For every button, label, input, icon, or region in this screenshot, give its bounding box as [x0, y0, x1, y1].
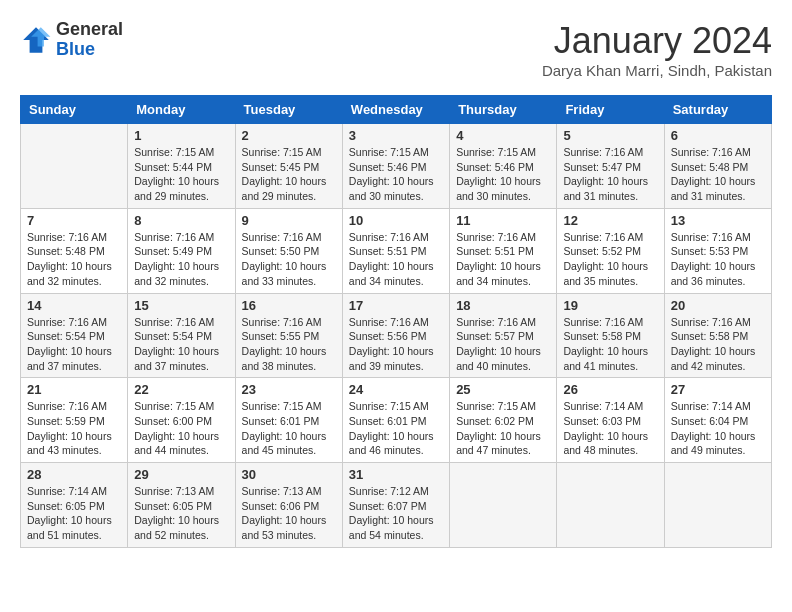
calendar-cell: 18 Sunrise: 7:16 AMSunset: 5:57 PMDaylig… [450, 293, 557, 378]
day-number: 2 [242, 128, 336, 143]
day-number: 28 [27, 467, 121, 482]
calendar-cell: 19 Sunrise: 7:16 AMSunset: 5:58 PMDaylig… [557, 293, 664, 378]
svg-marker-0 [23, 27, 49, 53]
day-info: Sunrise: 7:16 AMSunset: 5:47 PMDaylight:… [563, 145, 657, 204]
day-info: Sunrise: 7:16 AMSunset: 5:54 PMDaylight:… [134, 315, 228, 374]
day-number: 27 [671, 382, 765, 397]
day-number: 7 [27, 213, 121, 228]
day-number: 1 [134, 128, 228, 143]
day-info: Sunrise: 7:14 AMSunset: 6:04 PMDaylight:… [671, 399, 765, 458]
calendar-cell: 15 Sunrise: 7:16 AMSunset: 5:54 PMDaylig… [128, 293, 235, 378]
location: Darya Khan Marri, Sindh, Pakistan [542, 62, 772, 79]
calendar-cell: 23 Sunrise: 7:15 AMSunset: 6:01 PMDaylig… [235, 378, 342, 463]
calendar-cell [664, 463, 771, 548]
weekday-header: Wednesday [342, 96, 449, 124]
calendar-cell: 20 Sunrise: 7:16 AMSunset: 5:58 PMDaylig… [664, 293, 771, 378]
day-number: 6 [671, 128, 765, 143]
calendar-cell: 10 Sunrise: 7:16 AMSunset: 5:51 PMDaylig… [342, 208, 449, 293]
day-number: 17 [349, 298, 443, 313]
calendar-cell: 11 Sunrise: 7:16 AMSunset: 5:51 PMDaylig… [450, 208, 557, 293]
logo-blue: Blue [56, 39, 95, 59]
day-info: Sunrise: 7:16 AMSunset: 5:53 PMDaylight:… [671, 230, 765, 289]
day-info: Sunrise: 7:15 AMSunset: 5:46 PMDaylight:… [456, 145, 550, 204]
day-number: 5 [563, 128, 657, 143]
day-number: 26 [563, 382, 657, 397]
weekday-header-row: SundayMondayTuesdayWednesdayThursdayFrid… [21, 96, 772, 124]
day-info: Sunrise: 7:16 AMSunset: 5:58 PMDaylight:… [671, 315, 765, 374]
day-info: Sunrise: 7:15 AMSunset: 6:00 PMDaylight:… [134, 399, 228, 458]
day-info: Sunrise: 7:15 AMSunset: 6:01 PMDaylight:… [349, 399, 443, 458]
day-number: 18 [456, 298, 550, 313]
calendar-table: SundayMondayTuesdayWednesdayThursdayFrid… [20, 95, 772, 548]
day-info: Sunrise: 7:16 AMSunset: 5:51 PMDaylight:… [349, 230, 443, 289]
calendar-week-row: 7 Sunrise: 7:16 AMSunset: 5:48 PMDayligh… [21, 208, 772, 293]
day-info: Sunrise: 7:15 AMSunset: 6:02 PMDaylight:… [456, 399, 550, 458]
calendar-cell: 9 Sunrise: 7:16 AMSunset: 5:50 PMDayligh… [235, 208, 342, 293]
calendar-cell: 6 Sunrise: 7:16 AMSunset: 5:48 PMDayligh… [664, 124, 771, 209]
day-info: Sunrise: 7:16 AMSunset: 5:48 PMDaylight:… [671, 145, 765, 204]
day-number: 22 [134, 382, 228, 397]
weekday-header: Saturday [664, 96, 771, 124]
day-number: 21 [27, 382, 121, 397]
day-number: 24 [349, 382, 443, 397]
calendar-cell: 31 Sunrise: 7:12 AMSunset: 6:07 PMDaylig… [342, 463, 449, 548]
day-number: 10 [349, 213, 443, 228]
page-header: General Blue January 2024 Darya Khan Mar… [20, 20, 772, 79]
day-number: 12 [563, 213, 657, 228]
weekday-header: Tuesday [235, 96, 342, 124]
month-title: January 2024 [542, 20, 772, 62]
day-number: 25 [456, 382, 550, 397]
calendar-cell [21, 124, 128, 209]
calendar-cell: 28 Sunrise: 7:14 AMSunset: 6:05 PMDaylig… [21, 463, 128, 548]
day-number: 16 [242, 298, 336, 313]
calendar-cell: 4 Sunrise: 7:15 AMSunset: 5:46 PMDayligh… [450, 124, 557, 209]
day-number: 29 [134, 467, 228, 482]
day-number: 20 [671, 298, 765, 313]
day-number: 8 [134, 213, 228, 228]
calendar-cell: 21 Sunrise: 7:16 AMSunset: 5:59 PMDaylig… [21, 378, 128, 463]
calendar-cell: 5 Sunrise: 7:16 AMSunset: 5:47 PMDayligh… [557, 124, 664, 209]
calendar-cell: 24 Sunrise: 7:15 AMSunset: 6:01 PMDaylig… [342, 378, 449, 463]
calendar-cell: 16 Sunrise: 7:16 AMSunset: 5:55 PMDaylig… [235, 293, 342, 378]
calendar-cell: 12 Sunrise: 7:16 AMSunset: 5:52 PMDaylig… [557, 208, 664, 293]
weekday-header: Monday [128, 96, 235, 124]
day-number: 30 [242, 467, 336, 482]
weekday-header: Friday [557, 96, 664, 124]
day-info: Sunrise: 7:16 AMSunset: 5:50 PMDaylight:… [242, 230, 336, 289]
calendar-cell: 3 Sunrise: 7:15 AMSunset: 5:46 PMDayligh… [342, 124, 449, 209]
day-info: Sunrise: 7:12 AMSunset: 6:07 PMDaylight:… [349, 484, 443, 543]
day-number: 14 [27, 298, 121, 313]
day-info: Sunrise: 7:13 AMSunset: 6:05 PMDaylight:… [134, 484, 228, 543]
calendar-cell [450, 463, 557, 548]
calendar-cell: 13 Sunrise: 7:16 AMSunset: 5:53 PMDaylig… [664, 208, 771, 293]
day-number: 31 [349, 467, 443, 482]
day-info: Sunrise: 7:16 AMSunset: 5:55 PMDaylight:… [242, 315, 336, 374]
calendar-cell: 22 Sunrise: 7:15 AMSunset: 6:00 PMDaylig… [128, 378, 235, 463]
day-info: Sunrise: 7:16 AMSunset: 5:48 PMDaylight:… [27, 230, 121, 289]
calendar-cell: 25 Sunrise: 7:15 AMSunset: 6:02 PMDaylig… [450, 378, 557, 463]
day-info: Sunrise: 7:15 AMSunset: 5:44 PMDaylight:… [134, 145, 228, 204]
day-number: 23 [242, 382, 336, 397]
day-number: 4 [456, 128, 550, 143]
day-number: 9 [242, 213, 336, 228]
logo-icon [20, 24, 52, 56]
day-info: Sunrise: 7:16 AMSunset: 5:54 PMDaylight:… [27, 315, 121, 374]
calendar-cell: 2 Sunrise: 7:15 AMSunset: 5:45 PMDayligh… [235, 124, 342, 209]
day-info: Sunrise: 7:15 AMSunset: 5:46 PMDaylight:… [349, 145, 443, 204]
calendar-cell: 1 Sunrise: 7:15 AMSunset: 5:44 PMDayligh… [128, 124, 235, 209]
weekday-header: Thursday [450, 96, 557, 124]
day-number: 19 [563, 298, 657, 313]
day-number: 13 [671, 213, 765, 228]
day-info: Sunrise: 7:16 AMSunset: 5:58 PMDaylight:… [563, 315, 657, 374]
calendar-cell: 7 Sunrise: 7:16 AMSunset: 5:48 PMDayligh… [21, 208, 128, 293]
day-info: Sunrise: 7:16 AMSunset: 5:59 PMDaylight:… [27, 399, 121, 458]
calendar-cell: 29 Sunrise: 7:13 AMSunset: 6:05 PMDaylig… [128, 463, 235, 548]
logo: General Blue [20, 20, 123, 60]
day-number: 15 [134, 298, 228, 313]
day-number: 11 [456, 213, 550, 228]
calendar-cell: 27 Sunrise: 7:14 AMSunset: 6:04 PMDaylig… [664, 378, 771, 463]
day-info: Sunrise: 7:14 AMSunset: 6:03 PMDaylight:… [563, 399, 657, 458]
day-info: Sunrise: 7:16 AMSunset: 5:52 PMDaylight:… [563, 230, 657, 289]
day-info: Sunrise: 7:13 AMSunset: 6:06 PMDaylight:… [242, 484, 336, 543]
day-info: Sunrise: 7:16 AMSunset: 5:57 PMDaylight:… [456, 315, 550, 374]
